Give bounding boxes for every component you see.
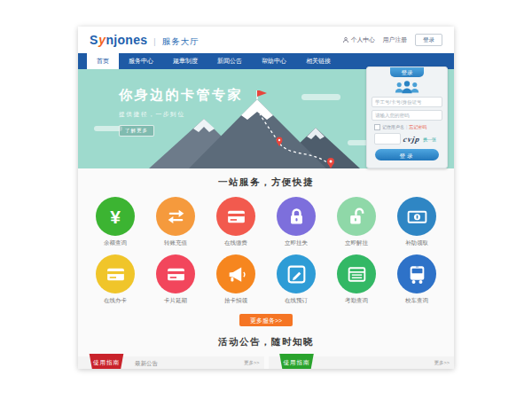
logo-text: S	[90, 33, 98, 47]
captcha-refresh-link[interactable]: 换一张	[423, 137, 436, 142]
service-item-0[interactable]: ¥余额查询	[85, 197, 145, 247]
announcement-panel-1: 使用指南更多>>	[269, 356, 455, 369]
edit-icon	[277, 254, 316, 293]
forgot-password-link[interactable]: 忘记密码	[409, 124, 426, 129]
hero-banner: 你身边的卡管专家 提供捷径，一步到位 了解更多 登录	[78, 69, 454, 168]
panel-ribbon-tab[interactable]: 使用指南	[277, 354, 317, 369]
panel-tabbar: 使用指南更多>>	[269, 356, 455, 369]
remember-row: 记住用户名 | 忘记密码	[374, 124, 440, 130]
service-item-8[interactable]: 拾卡招领	[206, 254, 266, 305]
service-label: 在线预订	[266, 297, 326, 305]
content-area: 一站服务，方便快捷 ¥余额查询转账充值在线缴费立即挂失立即解挂补助领取在线办卡卡…	[78, 168, 454, 369]
announcements-section: 活动公告，随时知晓 使用指南最新公告更多>>使用指南更多>>	[78, 336, 454, 369]
captcha-row: cvjp 换一张	[374, 133, 440, 145]
synjones-logo[interactable]: Synjones | 服务大厅	[90, 33, 200, 48]
service-item-7[interactable]: 卡片延期	[145, 254, 206, 305]
service-item-2[interactable]: 在线缴费	[206, 197, 266, 247]
service-label: 拾卡招领	[206, 297, 266, 305]
panel-more-link[interactable]: 更多>>	[434, 356, 450, 369]
site-title: 服务大厅	[162, 36, 200, 48]
service-item-6[interactable]: 在线办卡	[85, 254, 145, 305]
login-submit-button[interactable]: 登录	[375, 149, 439, 160]
services-section-title: 一站服务，方便快捷	[78, 176, 454, 189]
header-user-area: 个人中心 用户注册 登录	[342, 34, 442, 46]
announcement-panel-0: 使用指南最新公告更多>>	[78, 356, 264, 369]
hero-cta-button[interactable]: 了解更多	[119, 125, 154, 137]
unlock-icon	[337, 197, 376, 236]
panel-ribbon-tab[interactable]: 使用指南	[86, 354, 127, 369]
personal-center-link[interactable]: 个人中心	[342, 35, 375, 44]
nav-item-4[interactable]: 帮助中心	[252, 53, 296, 69]
card-icon	[156, 254, 195, 293]
logo-lightning-icon: y	[98, 33, 106, 47]
service-label: 校车查询	[387, 297, 447, 305]
remember-checkbox[interactable]	[374, 124, 380, 130]
nav-item-0[interactable]: 首页	[87, 53, 119, 69]
service-item-1[interactable]: 转账充值	[145, 197, 206, 247]
more-services-button[interactable]: 更多服务>>	[239, 314, 293, 326]
attendance-icon	[337, 254, 376, 293]
hero-title: 你身边的卡管专家	[119, 87, 243, 104]
remember-label: 记住用户名	[382, 124, 404, 129]
user-register-link[interactable]: 用户注册	[383, 35, 407, 44]
service-label: 补助领取	[387, 239, 447, 247]
captcha-input[interactable]	[374, 133, 401, 145]
service-label: 在线办卡	[85, 297, 145, 305]
service-label: 余额查询	[85, 239, 145, 247]
megaphone-icon	[216, 254, 255, 293]
service-label: 立即解挂	[326, 239, 387, 247]
transfer-icon	[156, 197, 195, 236]
service-item-5[interactable]: 补助领取	[387, 197, 447, 247]
service-label: 转账充值	[145, 239, 206, 247]
nav-item-3[interactable]: 新闻公告	[207, 53, 252, 69]
service-item-4[interactable]: 立即解挂	[326, 197, 387, 247]
header: Synjones | 服务大厅 个人中心 用户注册 登录	[78, 27, 454, 53]
bus-icon	[397, 254, 436, 293]
hero-text-block: 你身边的卡管专家 提供捷径，一步到位 了解更多	[119, 87, 243, 137]
card-icon	[96, 254, 135, 293]
captcha-image[interactable]: cvjp	[403, 135, 420, 144]
service-label: 卡片延期	[145, 297, 206, 305]
services-grid: ¥余额查询转账充值在线缴费立即挂失立即解挂补助领取在线办卡卡片延期拾卡招领在线预…	[85, 197, 447, 312]
yen-icon: ¥	[96, 197, 135, 236]
service-item-11[interactable]: 校车查询	[387, 254, 447, 305]
announcements-section-title: 活动公告，随时知晓	[78, 336, 454, 348]
service-label: 考勤查询	[326, 297, 387, 305]
password-input[interactable]	[372, 110, 442, 121]
nav-item-2[interactable]: 规章制度	[163, 53, 207, 69]
users-icon	[367, 80, 447, 94]
portal-page: Synjones | 服务大厅 个人中心 用户注册 登录 首页服务中心规章制度新…	[78, 27, 454, 369]
panel-secondary-tab[interactable]: 最新公告	[135, 356, 158, 369]
user-icon	[342, 36, 349, 43]
panel-tabbar: 使用指南最新公告更多>>	[78, 356, 264, 369]
service-label: 立即挂失	[266, 239, 326, 247]
service-item-9[interactable]: 在线预订	[266, 254, 326, 305]
panel-more-link[interactable]: 更多>>	[244, 356, 259, 369]
login-panel: 登录 记住用户名 | 忘记密码	[366, 66, 448, 168]
service-label: 在线缴费	[206, 239, 266, 247]
hero-subtitle: 提供捷径，一步到位	[119, 110, 243, 119]
nav-item-1[interactable]: 服务中心	[119, 53, 163, 69]
login-tab[interactable]: 登录	[390, 67, 424, 77]
service-item-10[interactable]: 考勤查询	[326, 254, 387, 305]
announcement-panels: 使用指南最新公告更多>>使用指南更多>>	[78, 356, 454, 369]
logo-divider: |	[153, 37, 155, 46]
card-icon	[216, 197, 255, 236]
header-login-button[interactable]: 登录	[415, 34, 442, 46]
lock-icon	[277, 197, 316, 236]
banknote-icon	[397, 197, 436, 236]
nav-item-5[interactable]: 相关链接	[296, 53, 340, 69]
username-input[interactable]	[372, 97, 442, 107]
service-item-3[interactable]: 立即挂失	[266, 197, 326, 247]
